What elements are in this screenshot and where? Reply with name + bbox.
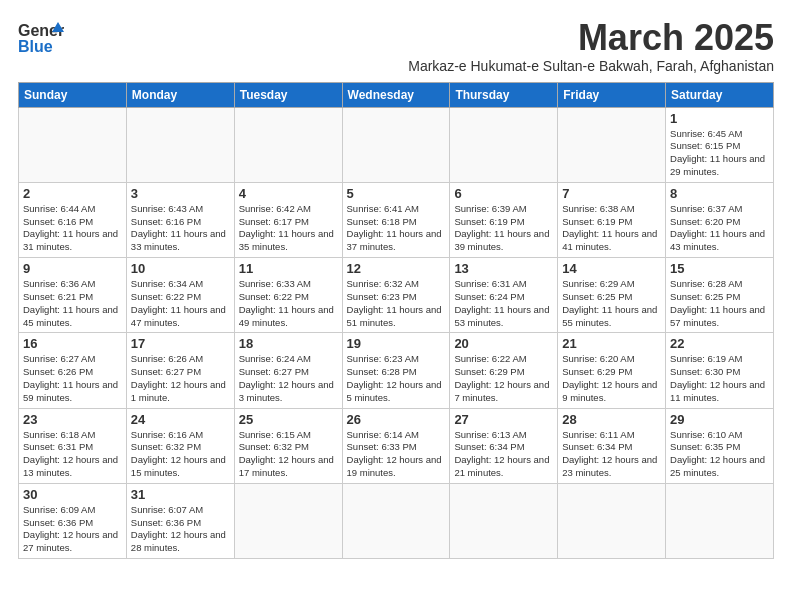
calendar-week-5: 30Sunrise: 6:09 AM Sunset: 6:36 PM Dayli…: [19, 483, 774, 558]
day-info: Sunrise: 6:38 AM Sunset: 6:19 PM Dayligh…: [562, 203, 661, 254]
day-info: Sunrise: 6:09 AM Sunset: 6:36 PM Dayligh…: [23, 504, 122, 555]
calendar-week-4: 23Sunrise: 6:18 AM Sunset: 6:31 PM Dayli…: [19, 408, 774, 483]
day-number: 24: [131, 412, 230, 427]
calendar-cell: [666, 483, 774, 558]
col-sunday: Sunday: [19, 82, 127, 107]
col-tuesday: Tuesday: [234, 82, 342, 107]
day-number: 15: [670, 261, 769, 276]
calendar-cell: 26Sunrise: 6:14 AM Sunset: 6:33 PM Dayli…: [342, 408, 450, 483]
header: General Blue March 2025 Markaz-e Hukumat…: [18, 18, 774, 74]
calendar-cell: [558, 107, 666, 182]
calendar-week-2: 9Sunrise: 6:36 AM Sunset: 6:21 PM Daylig…: [19, 258, 774, 333]
col-thursday: Thursday: [450, 82, 558, 107]
title-area: March 2025 Markaz-e Hukumat-e Sultan-e B…: [408, 18, 774, 74]
day-info: Sunrise: 6:27 AM Sunset: 6:26 PM Dayligh…: [23, 353, 122, 404]
day-info: Sunrise: 6:44 AM Sunset: 6:16 PM Dayligh…: [23, 203, 122, 254]
calendar-cell: [234, 483, 342, 558]
calendar-table: Sunday Monday Tuesday Wednesday Thursday…: [18, 82, 774, 560]
day-number: 8: [670, 186, 769, 201]
day-number: 30: [23, 487, 122, 502]
day-number: 9: [23, 261, 122, 276]
calendar-cell: 4Sunrise: 6:42 AM Sunset: 6:17 PM Daylig…: [234, 182, 342, 257]
day-number: 26: [347, 412, 446, 427]
calendar-cell: 30Sunrise: 6:09 AM Sunset: 6:36 PM Dayli…: [19, 483, 127, 558]
col-friday: Friday: [558, 82, 666, 107]
calendar-cell: 10Sunrise: 6:34 AM Sunset: 6:22 PM Dayli…: [126, 258, 234, 333]
calendar-cell: [342, 107, 450, 182]
day-number: 2: [23, 186, 122, 201]
day-info: Sunrise: 6:16 AM Sunset: 6:32 PM Dayligh…: [131, 429, 230, 480]
day-info: Sunrise: 6:37 AM Sunset: 6:20 PM Dayligh…: [670, 203, 769, 254]
day-number: 16: [23, 336, 122, 351]
day-info: Sunrise: 6:26 AM Sunset: 6:27 PM Dayligh…: [131, 353, 230, 404]
day-number: 17: [131, 336, 230, 351]
calendar-cell: [450, 483, 558, 558]
day-number: 18: [239, 336, 338, 351]
subtitle: Markaz-e Hukumat-e Sultan-e Bakwah, Fara…: [408, 58, 774, 74]
day-number: 29: [670, 412, 769, 427]
day-number: 14: [562, 261, 661, 276]
calendar-header-row: Sunday Monday Tuesday Wednesday Thursday…: [19, 82, 774, 107]
calendar-cell: 11Sunrise: 6:33 AM Sunset: 6:22 PM Dayli…: [234, 258, 342, 333]
calendar-cell: 2Sunrise: 6:44 AM Sunset: 6:16 PM Daylig…: [19, 182, 127, 257]
calendar-cell: [126, 107, 234, 182]
logo-icon: General Blue: [18, 18, 64, 56]
calendar-cell: 22Sunrise: 6:19 AM Sunset: 6:30 PM Dayli…: [666, 333, 774, 408]
calendar-cell: 18Sunrise: 6:24 AM Sunset: 6:27 PM Dayli…: [234, 333, 342, 408]
calendar-cell: 27Sunrise: 6:13 AM Sunset: 6:34 PM Dayli…: [450, 408, 558, 483]
col-wednesday: Wednesday: [342, 82, 450, 107]
day-info: Sunrise: 6:15 AM Sunset: 6:32 PM Dayligh…: [239, 429, 338, 480]
day-number: 3: [131, 186, 230, 201]
calendar-cell: 15Sunrise: 6:28 AM Sunset: 6:25 PM Dayli…: [666, 258, 774, 333]
calendar-cell: 29Sunrise: 6:10 AM Sunset: 6:35 PM Dayli…: [666, 408, 774, 483]
calendar-week-1: 2Sunrise: 6:44 AM Sunset: 6:16 PM Daylig…: [19, 182, 774, 257]
day-info: Sunrise: 6:36 AM Sunset: 6:21 PM Dayligh…: [23, 278, 122, 329]
day-number: 28: [562, 412, 661, 427]
calendar-cell: 12Sunrise: 6:32 AM Sunset: 6:23 PM Dayli…: [342, 258, 450, 333]
day-number: 6: [454, 186, 553, 201]
calendar-cell: 23Sunrise: 6:18 AM Sunset: 6:31 PM Dayli…: [19, 408, 127, 483]
col-saturday: Saturday: [666, 82, 774, 107]
page: General Blue March 2025 Markaz-e Hukumat…: [0, 0, 792, 569]
calendar-cell: 24Sunrise: 6:16 AM Sunset: 6:32 PM Dayli…: [126, 408, 234, 483]
day-info: Sunrise: 6:07 AM Sunset: 6:36 PM Dayligh…: [131, 504, 230, 555]
day-info: Sunrise: 6:22 AM Sunset: 6:29 PM Dayligh…: [454, 353, 553, 404]
day-number: 31: [131, 487, 230, 502]
day-number: 7: [562, 186, 661, 201]
day-info: Sunrise: 6:34 AM Sunset: 6:22 PM Dayligh…: [131, 278, 230, 329]
day-info: Sunrise: 6:19 AM Sunset: 6:30 PM Dayligh…: [670, 353, 769, 404]
calendar-cell: 25Sunrise: 6:15 AM Sunset: 6:32 PM Dayli…: [234, 408, 342, 483]
calendar-cell: 31Sunrise: 6:07 AM Sunset: 6:36 PM Dayli…: [126, 483, 234, 558]
day-number: 27: [454, 412, 553, 427]
day-number: 20: [454, 336, 553, 351]
day-info: Sunrise: 6:32 AM Sunset: 6:23 PM Dayligh…: [347, 278, 446, 329]
calendar-cell: 20Sunrise: 6:22 AM Sunset: 6:29 PM Dayli…: [450, 333, 558, 408]
day-info: Sunrise: 6:23 AM Sunset: 6:28 PM Dayligh…: [347, 353, 446, 404]
day-info: Sunrise: 6:43 AM Sunset: 6:16 PM Dayligh…: [131, 203, 230, 254]
day-info: Sunrise: 6:42 AM Sunset: 6:17 PM Dayligh…: [239, 203, 338, 254]
calendar-cell: 6Sunrise: 6:39 AM Sunset: 6:19 PM Daylig…: [450, 182, 558, 257]
day-number: 19: [347, 336, 446, 351]
day-number: 10: [131, 261, 230, 276]
calendar-cell: [558, 483, 666, 558]
day-info: Sunrise: 6:31 AM Sunset: 6:24 PM Dayligh…: [454, 278, 553, 329]
day-info: Sunrise: 6:33 AM Sunset: 6:22 PM Dayligh…: [239, 278, 338, 329]
calendar-cell: 1Sunrise: 6:45 AM Sunset: 6:15 PM Daylig…: [666, 107, 774, 182]
calendar-week-0: 1Sunrise: 6:45 AM Sunset: 6:15 PM Daylig…: [19, 107, 774, 182]
day-number: 25: [239, 412, 338, 427]
day-info: Sunrise: 6:41 AM Sunset: 6:18 PM Dayligh…: [347, 203, 446, 254]
calendar-cell: 13Sunrise: 6:31 AM Sunset: 6:24 PM Dayli…: [450, 258, 558, 333]
day-info: Sunrise: 6:24 AM Sunset: 6:27 PM Dayligh…: [239, 353, 338, 404]
main-title: March 2025: [408, 18, 774, 58]
day-number: 5: [347, 186, 446, 201]
day-info: Sunrise: 6:39 AM Sunset: 6:19 PM Dayligh…: [454, 203, 553, 254]
calendar-cell: 14Sunrise: 6:29 AM Sunset: 6:25 PM Dayli…: [558, 258, 666, 333]
day-info: Sunrise: 6:13 AM Sunset: 6:34 PM Dayligh…: [454, 429, 553, 480]
calendar-week-3: 16Sunrise: 6:27 AM Sunset: 6:26 PM Dayli…: [19, 333, 774, 408]
logo-wrapper: General Blue: [18, 18, 64, 56]
calendar-cell: 7Sunrise: 6:38 AM Sunset: 6:19 PM Daylig…: [558, 182, 666, 257]
svg-text:Blue: Blue: [18, 38, 53, 55]
day-info: Sunrise: 6:28 AM Sunset: 6:25 PM Dayligh…: [670, 278, 769, 329]
day-number: 12: [347, 261, 446, 276]
calendar-cell: [342, 483, 450, 558]
